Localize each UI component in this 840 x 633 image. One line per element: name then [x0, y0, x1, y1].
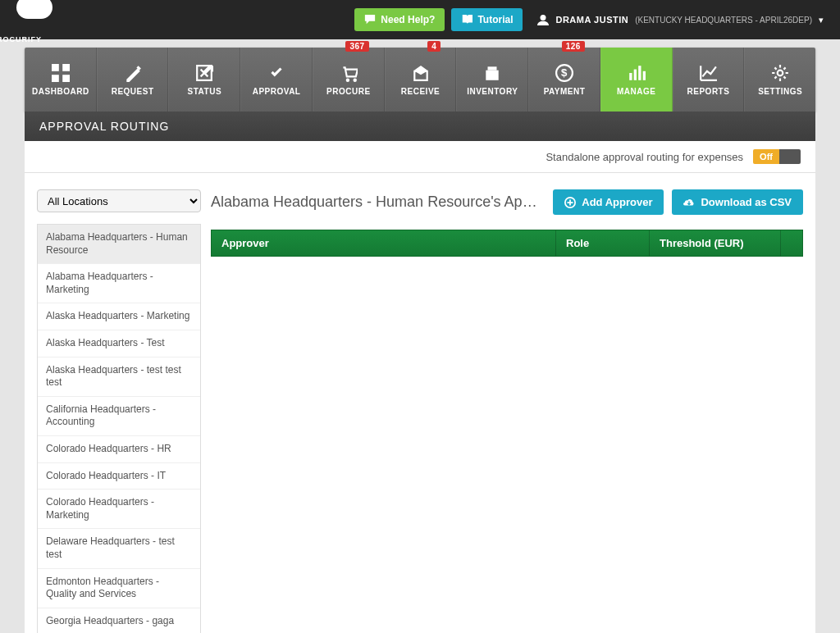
- location-item[interactable]: Edmonton Headquarters - Quality and Serv…: [38, 569, 200, 608]
- nav-label: MANAGE: [617, 87, 655, 96]
- nav-inventory[interactable]: INVENTORY: [456, 48, 528, 112]
- nav-approval[interactable]: APPROVAL: [240, 48, 313, 112]
- user-name: DRAMA JUSTIN: [555, 15, 628, 25]
- user-dept: (KENTUCKY HEADQUARTERS - APRIL26DEP): [635, 16, 812, 25]
- page-title-bar: APPROVAL ROUTING: [25, 112, 815, 141]
- nav-label: REQUEST: [112, 87, 154, 96]
- user-menu[interactable]: DRAMA JUSTIN (KENTUCKY HEADQUARTERS - AP…: [537, 14, 824, 25]
- nav-receive[interactable]: 4RECEIVE: [385, 48, 457, 112]
- add-approver-button[interactable]: Add Approver: [553, 189, 664, 215]
- col-role: Role: [556, 230, 650, 256]
- need-help-button[interactable]: Need Help?: [354, 8, 445, 31]
- location-item[interactable]: Alaska Headquarters - test test test: [38, 357, 200, 397]
- nav-status[interactable]: STATUS: [168, 48, 240, 112]
- toggle-handle: [779, 149, 801, 164]
- nav-label: DASHBOARD: [32, 87, 89, 96]
- plus-circle-icon: [564, 197, 576, 208]
- location-item[interactable]: Colorado Headquarters - HR: [38, 436, 200, 463]
- tutorial-button[interactable]: Tutorial: [451, 8, 523, 31]
- panel-title: Alabama Headquarters - Human Resource's …: [211, 194, 545, 211]
- badge: 4: [427, 41, 441, 52]
- location-item[interactable]: Georgia Headquarters - gaga: [38, 608, 200, 633]
- nav-payment[interactable]: 126PAYMENT: [528, 48, 600, 112]
- manage-icon: [627, 64, 646, 82]
- nav-reports[interactable]: REPORTS: [673, 48, 745, 112]
- need-help-label: Need Help?: [381, 14, 435, 25]
- location-item[interactable]: Colorado Headquarters - IT: [38, 463, 200, 490]
- nav-dashboard[interactable]: DASHBOARD: [25, 48, 97, 112]
- location-item[interactable]: Alabama Headquarters - Marketing: [38, 264, 200, 303]
- reports-icon: [698, 64, 718, 82]
- badge: 367: [345, 41, 368, 52]
- toggle-off-label: Off: [753, 149, 779, 164]
- subbar-text: Standalone approval routing for expenses: [546, 151, 743, 163]
- user-icon: [537, 14, 549, 25]
- chevron-down-icon: ▾: [819, 15, 824, 25]
- topbar: PROCURIFY Need Help? Tutorial DRAMA JUST…: [0, 0, 840, 39]
- receive-icon: [411, 64, 431, 82]
- location-item[interactable]: Alaska Headquarters - Test: [38, 330, 200, 357]
- col-actions: [781, 230, 802, 256]
- approvers-table-header: Approver Role Threshold (EUR): [211, 230, 803, 257]
- brand-text: PROCURIFY: [0, 35, 42, 43]
- nav-label: SETTINGS: [758, 87, 802, 96]
- location-item[interactable]: Delaware Headquarters - test test: [38, 529, 200, 568]
- status-icon: [194, 64, 214, 82]
- main-nav: DASHBOARDREQUESTSTATUSAPPROVAL367PROCURE…: [25, 48, 815, 112]
- nav-label: STATUS: [188, 87, 222, 96]
- col-threshold: Threshold (EUR): [650, 230, 781, 256]
- nav-procure[interactable]: 367PROCURE: [313, 48, 385, 112]
- nav-label: RECEIVE: [401, 87, 440, 96]
- tutorial-label: Tutorial: [477, 14, 513, 25]
- request-icon: [123, 64, 143, 82]
- nav-manage[interactable]: MANAGE: [600, 48, 673, 112]
- settings-icon: [770, 64, 790, 82]
- nav-label: PAYMENT: [544, 87, 586, 96]
- chat-icon: [364, 14, 376, 25]
- nav-settings[interactable]: SETTINGS: [744, 48, 815, 112]
- expenses-toggle[interactable]: Off: [753, 149, 801, 164]
- location-item[interactable]: Colorado Headquarters - Marketing: [38, 490, 200, 529]
- approval-icon: [267, 64, 286, 82]
- inventory-icon: [482, 64, 502, 82]
- nav-request[interactable]: REQUEST: [97, 48, 169, 112]
- nav-label: REPORTS: [687, 87, 730, 96]
- locations-sidebar: All Locations Alabama Headquarters - Hum…: [37, 189, 201, 633]
- page-title: APPROVAL ROUTING: [39, 120, 169, 133]
- brand-logo[interactable]: PROCURIFY: [16, 0, 52, 43]
- nav-label: PROCURE: [326, 87, 371, 96]
- cloud-icon: [16, 0, 52, 19]
- location-select[interactable]: All Locations: [37, 189, 201, 212]
- nav-label: APPROVAL: [253, 87, 301, 96]
- approval-panel: Alabama Headquarters - Human Resource's …: [211, 189, 803, 633]
- dashboard-icon: [51, 64, 71, 82]
- add-approver-label: Add Approver: [582, 196, 652, 208]
- book-icon: [461, 14, 472, 25]
- download-csv-label: Download as CSV: [701, 196, 792, 208]
- col-approver: Approver: [212, 230, 556, 256]
- nav-label: INVENTORY: [467, 87, 518, 96]
- payment-icon: [555, 64, 574, 82]
- download-csv-button[interactable]: Download as CSV: [672, 189, 803, 215]
- procure-icon: [339, 64, 358, 82]
- badge: 126: [562, 41, 585, 52]
- location-item[interactable]: California Headquarters - Accounting: [38, 397, 200, 436]
- cloud-download-icon: [683, 197, 695, 208]
- main-content: All Locations Alabama Headquarters - Hum…: [25, 173, 815, 633]
- location-list: Alabama Headquarters - Human ResourceAla…: [37, 224, 201, 633]
- sub-bar: Standalone approval routing for expenses…: [25, 141, 815, 173]
- location-item[interactable]: Alaska Headquarters - Marketing: [38, 303, 200, 330]
- location-item[interactable]: Alabama Headquarters - Human Resource: [38, 225, 200, 264]
